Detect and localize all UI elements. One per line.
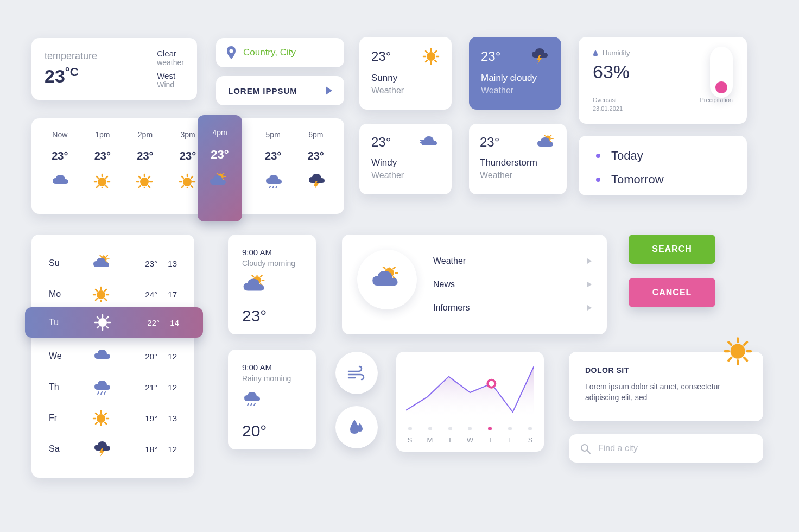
tile-sunny[interactable]: 23° Sunny Weather (359, 37, 452, 110)
pin-icon (226, 46, 237, 59)
temperature-chart (406, 360, 534, 420)
rain-icon (242, 390, 264, 410)
week-row-Mo[interactable]: Mo24°17 (49, 281, 177, 308)
tile-cloudy[interactable]: 23° Mainly cloudy Weather (469, 37, 561, 110)
menu-card: WeatherNewsInformers (342, 235, 607, 334)
hour-1[interactable]: 1pm23° (84, 130, 122, 202)
hour-5[interactable]: 5pm23° (255, 130, 292, 202)
today-tomorrow-card: Today Tomorrow (579, 136, 747, 195)
drop-circle[interactable] (335, 406, 378, 448)
location-selector[interactable]: Country, City (216, 38, 344, 67)
temperature-label: temperature (45, 50, 141, 62)
info-title: DOLOR SIT (585, 366, 747, 375)
info-body: Lorem ipsum dolor sit amet, consectetur … (585, 381, 747, 403)
today-item[interactable]: Today (596, 149, 730, 163)
wind-circle[interactable] (335, 352, 378, 394)
chart-card: SMTWTFS (396, 352, 544, 452)
lorem-label: LOREM IPPSUM (228, 86, 297, 96)
search-placeholder: Find a city (598, 444, 638, 453)
sun-icon (94, 314, 111, 331)
location-text: Country, City (243, 47, 296, 58)
info-card: DOLOR SIT Lorem ipsum dolor sit amet, co… (569, 352, 763, 421)
week-row-Sa[interactable]: Sa18°12 (49, 435, 177, 463)
search-icon (580, 443, 591, 454)
week-row-Fr[interactable]: Fr19°13 (49, 404, 177, 432)
hourly-forecast: Now23°1pm23°2pm23°3pm23°4pm23°5pm23°6pm2… (31, 118, 344, 214)
temperature-card: temperature 23°C Clearweather WestWind (31, 38, 197, 100)
week-row-Th[interactable]: Th21°12 (49, 373, 177, 401)
partly-icon (209, 173, 231, 190)
hour-2[interactable]: 2pm23° (126, 130, 164, 202)
menu-item-news[interactable]: News (433, 273, 592, 296)
search-button[interactable]: SEARCH (629, 235, 715, 264)
thunder-icon (530, 48, 549, 65)
menu-item-informers[interactable]: Informers (433, 296, 592, 319)
humidity-slider[interactable] (710, 47, 733, 98)
search-input-card[interactable]: Find a city (569, 434, 763, 463)
cancel-button[interactable]: CANCEL (629, 278, 715, 307)
morning-cloudy-card[interactable]: 9:00 AM Cloudy morning 23° (228, 235, 316, 334)
week-row-Su[interactable]: Su23°13 (49, 250, 177, 277)
sun-icon (422, 48, 440, 65)
play-icon (326, 86, 332, 95)
week-row-We[interactable]: We20°12 (49, 343, 177, 370)
morning-rainy-card[interactable]: 9:00 AM Rainy morning 20° (228, 350, 316, 449)
drop-icon (593, 50, 598, 56)
wind-icon (346, 365, 367, 381)
svg-point-24 (487, 380, 495, 388)
condition-label: Clear (157, 49, 184, 58)
humidity-card: Humidity 63% OvercastPrecipitation 23.01… (579, 37, 747, 124)
temperature-value: 23°C (45, 65, 141, 87)
menu-weather-icon (357, 250, 417, 309)
tile-windy[interactable]: 23° Windy Weather (359, 124, 452, 194)
lorem-button[interactable]: LOREM IPPSUM (216, 76, 344, 105)
wind-label: West (157, 71, 184, 80)
weekly-selected[interactable]: Tu 22° 14 (25, 307, 203, 338)
drops-icon (348, 419, 365, 436)
partly-icon (536, 135, 556, 150)
hourly-selected[interactable]: 4pm 23° (198, 115, 242, 221)
wind-cloud-icon (420, 136, 440, 149)
sun-icon (723, 337, 753, 367)
hour-6[interactable]: 6pm23° (297, 130, 334, 202)
tile-thunderstorm[interactable]: 23° Thunderstorm Weather (469, 124, 567, 194)
partly-icon (242, 275, 268, 295)
menu-item-weather[interactable]: Weather (433, 250, 592, 273)
weekly-forecast: Su23°13Mo24°17Tu22°14We20°12Th21°12Fr19°… (31, 235, 194, 478)
tomorrow-item[interactable]: Tomorrow (596, 173, 730, 187)
hour-0[interactable]: Now23° (41, 130, 79, 202)
